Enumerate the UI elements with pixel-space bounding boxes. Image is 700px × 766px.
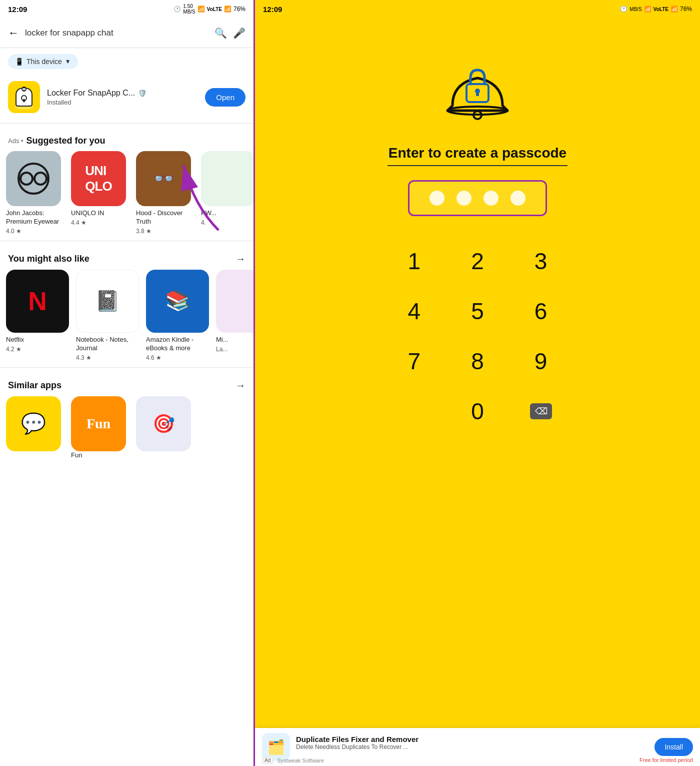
app-card-pw[interactable]: PW... 4. [201, 151, 254, 235]
notebook-icon: 📓 [76, 270, 139, 333]
passcode-dot-4 [510, 191, 526, 206]
key-delete[interactable]: ⌫ [509, 386, 572, 436]
suggested-title: Suggested for you [26, 136, 106, 146]
key-0[interactable]: 0 [446, 386, 510, 436]
mi-icon [216, 270, 255, 333]
john-jacobs-icon [6, 151, 61, 206]
key-5[interactable]: 5 [446, 286, 510, 336]
similar-app-1-icon: 💬 [6, 396, 61, 451]
right-battery-icon: 76% [680, 6, 692, 13]
key-1[interactable]: 1 [382, 236, 446, 286]
ad-footer: Ad Systweak Software [262, 756, 324, 764]
number-keypad: 1 2 3 4 5 6 7 8 9 [382, 236, 572, 386]
keypad-bottom-row: 0 ⌫ [382, 386, 572, 436]
search-bar: ← locker for snapapp chat 🔍 🎤 [0, 18, 254, 48]
uniqlo-icon: UNIQLO [71, 151, 126, 206]
similar-apps-title: Similar apps [8, 380, 62, 391]
key-6[interactable]: 6 [509, 286, 572, 336]
john-jacobs-rating: 4.0 ★ [6, 228, 66, 235]
similar-app-1[interactable]: 💬 [6, 396, 66, 461]
app-card-notebook[interactable]: 📓 Notebook - Notes, Journal 4.3 ★ [76, 270, 141, 361]
battery-icon: 76% [234, 6, 246, 13]
app-card-uniqlo[interactable]: UNIQLO UNIQLO IN 4.4 ★ [71, 151, 131, 235]
left-status-icons: 🕐 1.50MB/S 📶 VoLTE 📶 76% [174, 4, 246, 15]
you-might-like-arrow[interactable]: → [236, 253, 246, 265]
app-card-john-jacobs[interactable]: John Jacobs: Premium Eyewear 4.0 ★ [6, 151, 66, 235]
similar-app-2[interactable]: Fun Fun [71, 396, 131, 461]
notebook-rating: 4.3 ★ [76, 354, 141, 361]
ads-label: Ads • [8, 137, 24, 145]
key-2[interactable]: 2 [446, 236, 510, 286]
device-filter-chip[interactable]: 📱 This device ▼ [8, 54, 78, 69]
wifi-icon: 📶 [198, 6, 205, 13]
mi-name: Mi... [216, 336, 255, 344]
svg-rect-2 [23, 99, 25, 102]
netflix-name: Netflix [6, 336, 71, 344]
app-card-kindle[interactable]: 📚 Amazon Kindle - eBooks & more 4.6 ★ [146, 270, 211, 361]
search-query-text: locker for snapapp chat [25, 28, 208, 38]
pw-name: PW... [201, 209, 254, 218]
john-jacobs-name: John Jacobs: Premium Eyewear [6, 209, 66, 226]
ad-advertiser: Systweak Software [277, 757, 324, 763]
key-empty [382, 386, 446, 436]
speed-icon: 1.50MB/S [183, 4, 195, 15]
netflix-icon: N [6, 270, 69, 333]
ad-app-name: Duplicate Files Fixer and Remover [296, 735, 648, 743]
uniqlo-name: UNIQLO IN [71, 209, 131, 218]
divider-2 [0, 241, 254, 241]
app-info: Locker For SnapApp C... 🛡️ Installed [47, 89, 198, 106]
key-8[interactable]: 8 [446, 336, 510, 386]
right-status-time: 12:09 [263, 5, 282, 14]
kindle-rating: 4.6 ★ [146, 354, 211, 361]
divider-3 [0, 367, 254, 368]
app-result-item: Locker For SnapApp C... 🛡️ Installed Ope… [0, 75, 254, 119]
netflix-rating: 4.2 ★ [6, 346, 71, 353]
svg-rect-16 [476, 92, 479, 96]
kindle-icon: 📚 [146, 270, 209, 333]
right-speed-icon: MB/S [630, 7, 642, 12]
right-signal-icon: 📶 [670, 6, 678, 13]
mi-rating: La... [216, 346, 255, 353]
uniqlo-rating: 4.4 ★ [71, 219, 131, 226]
back-button[interactable]: ← [8, 27, 19, 40]
key-4[interactable]: 4 [382, 286, 446, 336]
search-icon[interactable]: 🔍 [214, 27, 227, 39]
divider-1 [0, 123, 254, 124]
you-might-like-row: N Netflix 4.2 ★ 📓 Notebook - Notes, Jour… [0, 270, 254, 361]
app-card-hood[interactable]: 👓 Hood - Discover Truth 3.8 ★ [136, 151, 196, 235]
svg-text:⌫: ⌫ [534, 406, 547, 416]
mic-icon[interactable]: 🎤 [233, 27, 246, 39]
similar-app-3-icon: 🎯 [136, 396, 191, 451]
app-name-text: Locker For SnapApp C... [47, 89, 135, 98]
open-button[interactable]: Open [205, 88, 246, 107]
left-status-time: 12:09 [8, 5, 27, 14]
left-panel: 12:09 🕐 1.50MB/S 📶 VoLTE 📶 76% ← locker … [0, 0, 255, 766]
delete-key-icon: ⌫ [530, 403, 552, 419]
passcode-prompt: Enter to create a passcode [388, 145, 568, 166]
locker-app-icon [11, 84, 37, 110]
right-panel: 12:09 🕐 MB/S 📶 VoLTE 📶 76% [255, 0, 700, 766]
similar-apps-arrow[interactable]: → [236, 380, 246, 391]
similar-apps-header: Similar apps → [0, 372, 254, 396]
you-might-like-header: You might also like → [0, 245, 254, 270]
suggested-section-header: Ads • Suggested for you [0, 128, 254, 151]
app-icon [8, 81, 40, 113]
suggested-apps-row: John Jacobs: Premium Eyewear 4.0 ★ UNIQL… [0, 151, 254, 235]
key-9[interactable]: 9 [509, 336, 572, 386]
key-7[interactable]: 7 [382, 336, 446, 386]
app-content-area: Enter to create a passcode 1 2 3 4 5 6 7… [255, 18, 700, 766]
ad-description: Delete Needless Duplicates To Recover ..… [296, 743, 648, 750]
ad-info: Duplicate Files Fixer and Remover Delete… [296, 735, 648, 759]
ad-install-button[interactable]: Install [654, 738, 693, 756]
you-might-like-title: You might also like [8, 254, 90, 264]
ad-label: Ad [262, 756, 273, 764]
key-3[interactable]: 3 [509, 236, 572, 286]
ad-banner: 🗂️ Duplicate Files Fixer and Remover Del… [255, 728, 700, 766]
similar-app-3[interactable]: 🎯 [136, 396, 196, 461]
similar-apps-row: 💬 Fun Fun 🎯 [0, 396, 254, 461]
notebook-name: Notebook - Notes, Journal [76, 336, 141, 353]
hood-name: Hood - Discover Truth [136, 209, 196, 226]
app-card-netflix[interactable]: N Netflix 4.2 ★ [6, 270, 71, 361]
left-status-bar: 12:09 🕐 1.50MB/S 📶 VoLTE 📶 76% [0, 0, 254, 18]
app-card-mi[interactable]: Mi... La... [216, 270, 255, 361]
